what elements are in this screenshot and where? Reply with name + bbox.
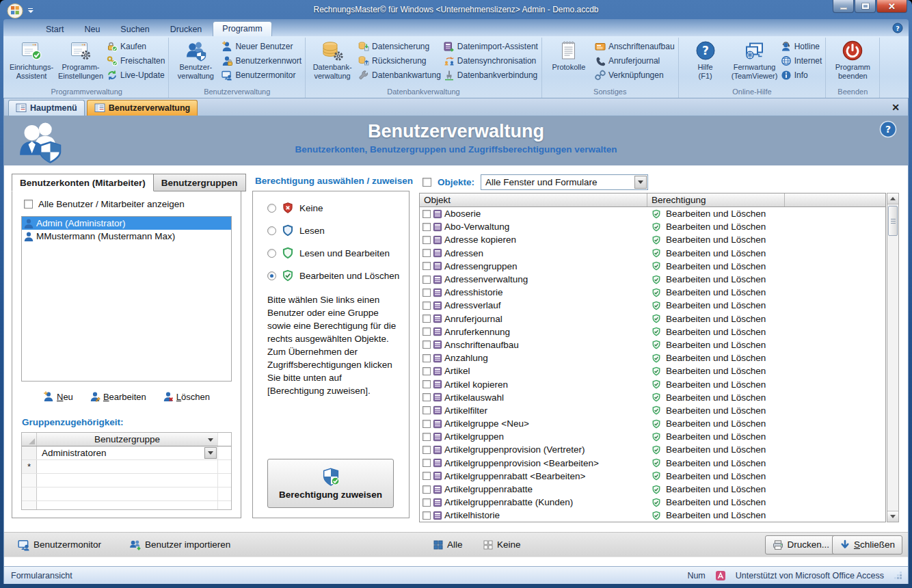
assign-permission-button[interactable]: Berechtigung zuweisen [267, 459, 394, 508]
object-row[interactable]: ArtikelfilterBearbeiten und Löschen [420, 404, 885, 417]
ribbon-button-einrichtungs-assistent[interactable]: Einrichtungs-Assistent [7, 38, 56, 86]
row-checkbox[interactable] [423, 210, 431, 218]
tab-benutzerverwaltung[interactable]: Benutzerverwaltung [87, 100, 198, 116]
object-row[interactable]: ArtikelgruppenBearbeiten und Löschen [420, 430, 885, 443]
ribbon-button-programm-einstellungen[interactable]: Programm-Einstellungen [56, 38, 105, 86]
benutzer-importieren-button[interactable]: Benutzer importieren [129, 533, 230, 557]
radio-lesen-und-bearbeiten[interactable]: Lesen und Bearbeiten [267, 247, 409, 259]
object-row[interactable]: AdressenverwaltungBearbeiten und Löschen [420, 273, 885, 286]
object-row[interactable]: Artikelgruppenprovision <Bearbeiten>Bear… [420, 457, 885, 470]
show-all-users-checkbox[interactable] [24, 200, 33, 209]
row-checkbox[interactable] [423, 380, 431, 388]
ribbon-button-hilfe-f1[interactable]: ?Hilfe(F1) [681, 38, 730, 86]
user-list[interactable]: Admin (Administrator)MMustermann (Muster… [21, 216, 232, 382]
ribbon-button-programm-beenden[interactable]: Programmbeenden [828, 38, 877, 86]
ribbon-button-freischalten[interactable]: Freischalten [107, 55, 165, 66]
ribbon-button-info[interactable]: Info [781, 70, 822, 81]
object-table-scrollbar[interactable] [887, 193, 899, 522]
objects-checkbox[interactable] [423, 178, 431, 187]
ribbon-button-kaufen[interactable]: Kaufen [107, 41, 165, 52]
object-row[interactable]: ArtikelauswahlBearbeiten und Löschen [420, 391, 885, 404]
row-checkbox[interactable] [423, 406, 431, 414]
button-neu[interactable]: Neu [43, 391, 73, 402]
object-row[interactable]: Abo-VerwaltungBearbeiten und Löschen [420, 220, 885, 233]
row-selector[interactable] [22, 446, 37, 459]
ribbon-button-protokolle[interactable]: Protokolle [544, 38, 593, 86]
ribbon-tab-drucken[interactable]: Drucken [161, 22, 212, 36]
user-list-item[interactable]: MMustermann (Mustermann Max) [22, 230, 231, 243]
empty-cell[interactable] [37, 460, 217, 473]
row-checkbox[interactable] [423, 367, 431, 375]
scrollbar-thumb[interactable] [888, 206, 898, 236]
row-checkbox[interactable] [423, 498, 431, 507]
row-checkbox[interactable] [423, 472, 431, 480]
doctab-close-icon[interactable]: ✕ [891, 103, 900, 112]
row-checkbox[interactable] [423, 302, 431, 310]
object-row[interactable]: AnruferjournalBearbeiten und Löschen [420, 312, 885, 325]
group-dropdown-button[interactable] [204, 447, 217, 459]
object-row[interactable]: Artikel kopierenBearbeiten und Löschen [420, 377, 885, 390]
ribbon-tab-start[interactable]: Start [36, 22, 73, 36]
radio-keine[interactable]: Keine [267, 202, 409, 214]
radio-lesen[interactable]: Lesen [267, 224, 409, 237]
benutzermonitor-button[interactable]: Benutzermonitor [18, 533, 101, 557]
ribbon-button-datenimport-assistent[interactable]: Datenimport-Assistent [444, 41, 538, 52]
row-checkbox[interactable] [423, 262, 431, 270]
select-none-button[interactable]: Keine [483, 533, 521, 557]
close-button[interactable]: ✕ [876, 0, 907, 13]
ribbon-button-datenbank-verwaltung[interactable]: Datenbank-verwaltung [308, 38, 357, 86]
grid-data-row[interactable]: Administratoren [22, 446, 231, 460]
row-checkbox[interactable] [423, 249, 431, 257]
object-row[interactable]: ArtikelBearbeiten und Löschen [420, 364, 885, 377]
object-row[interactable]: AboserieBearbeiten und Löschen [420, 207, 885, 220]
user-list-item[interactable]: Admin (Administrator) [22, 217, 231, 230]
row-checkbox[interactable] [423, 276, 431, 284]
scroll-up-button[interactable] [887, 193, 898, 204]
grid-corner-cell[interactable] [22, 433, 37, 446]
column-header-objekt[interactable]: Objekt [420, 193, 647, 206]
object-row[interactable]: AdresshistorieBearbeiten und Löschen [420, 286, 885, 299]
object-row[interactable]: AnzahlungBearbeiten und Löschen [420, 351, 885, 364]
header-help-button[interactable]: ? [879, 120, 897, 138]
ribbon-button-live-update[interactable]: Live-Update [107, 70, 165, 81]
radio-bearbeiten-und-löschen[interactable]: Bearbeiten und Löschen [267, 269, 409, 282]
row-checkbox[interactable] [423, 315, 431, 323]
row-checkbox[interactable] [423, 420, 431, 428]
ribbon-button-datensicherung[interactable]: Datensicherung [358, 41, 441, 52]
radio-indicator[interactable] [267, 204, 276, 213]
objects-filter-dropdown-button[interactable] [634, 176, 647, 189]
object-row[interactable]: Adresse kopierenBearbeiten und Löschen [420, 233, 885, 246]
row-checkbox[interactable] [423, 393, 431, 401]
row-checkbox[interactable] [423, 354, 431, 362]
ribbon-button-benutzerkennwort[interactable]: Benutzerkennwort [222, 55, 301, 66]
ribbon-tab-neu[interactable]: Neu [75, 22, 109, 36]
grid-column-header[interactable]: Benutzergruppe [37, 433, 217, 446]
radio-indicator[interactable] [267, 249, 276, 258]
ribbon-button-benutzer-verwaltung[interactable]: Benutzer-verwaltung [171, 38, 220, 86]
ribbon-button-verknüpfungen[interactable]: Verknüpfungen [595, 70, 675, 81]
object-row[interactable]: ArtikelgruppenrabatteBearbeiten und Lösc… [420, 483, 885, 496]
maximize-button[interactable] [855, 0, 876, 13]
radio-indicator[interactable] [267, 271, 276, 280]
object-row[interactable]: AnschriftenaufbauBearbeiten und Löschen [420, 338, 885, 351]
ribbon-button-datenbankverbindung[interactable]: Datenbankverbindung [444, 70, 538, 81]
object-row[interactable]: AdressengruppenBearbeiten und Löschen [420, 260, 885, 273]
ribbon-tab-suchen[interactable]: Suchen [111, 22, 159, 36]
row-checkbox[interactable] [423, 446, 431, 454]
ribbon-help-button[interactable]: ? [892, 23, 903, 34]
tab-benutzerkonten[interactable]: Benutzerkonten (Mitarbeiter) [12, 174, 154, 191]
object-row[interactable]: ArtikelhistorieBearbeiten und Löschen [420, 509, 885, 522]
radio-indicator[interactable] [267, 226, 276, 235]
row-checkbox[interactable] [423, 289, 431, 297]
ribbon-button-internet[interactable]: Internet [781, 55, 822, 66]
row-checkbox[interactable] [423, 328, 431, 336]
ribbon-button-anschriftenaufbau[interactable]: Anschriftenaufbau [595, 41, 675, 52]
object-row[interactable]: AdressenBearbeiten und Löschen [420, 247, 885, 260]
row-checkbox[interactable] [423, 485, 431, 494]
resize-grip-icon[interactable] [894, 571, 902, 580]
button-löschen[interactable]: Löschen [163, 391, 210, 402]
ribbon-button-benutzermonitor[interactable]: Benutzermonitor [222, 70, 301, 81]
object-row[interactable]: Artikelgruppenrabatte (Kunden)Bearbeiten… [420, 496, 885, 509]
row-checkbox[interactable] [423, 236, 431, 244]
row-checkbox[interactable] [423, 433, 431, 441]
